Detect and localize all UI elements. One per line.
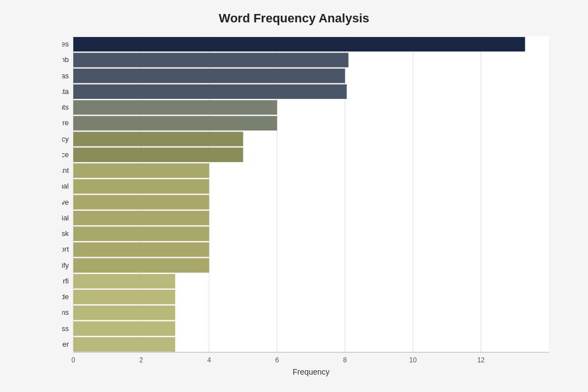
svg-rect-31 bbox=[73, 211, 209, 225]
svg-rect-37 bbox=[73, 258, 209, 273]
svg-text:2: 2 bbox=[139, 356, 143, 364]
svg-text:rfi: rfi bbox=[63, 277, 69, 285]
svg-text:address: address bbox=[62, 324, 69, 333]
svg-text:agencies: agencies bbox=[62, 40, 69, 48]
svg-rect-39 bbox=[73, 274, 175, 289]
svg-text:6: 6 bbox=[275, 356, 279, 364]
svg-rect-43 bbox=[73, 305, 175, 320]
svg-rect-35 bbox=[73, 242, 209, 257]
svg-text:risk: risk bbox=[62, 229, 69, 238]
svg-text:potential: potential bbox=[62, 214, 69, 222]
svg-text:identify: identify bbox=[62, 261, 69, 270]
svg-rect-23 bbox=[73, 148, 243, 162]
svg-rect-29 bbox=[73, 195, 209, 210]
svg-text:want: want bbox=[62, 166, 69, 174]
svg-text:0: 0 bbox=[71, 356, 75, 364]
svg-rect-21 bbox=[73, 132, 243, 147]
svg-text:Frequency: Frequency bbox=[292, 367, 329, 376]
chart-title: Word Frequency Analysis bbox=[22, 11, 566, 26]
svg-text:omb: omb bbox=[62, 55, 69, 64]
svg-text:pias: pias bbox=[62, 72, 69, 80]
svg-text:assessments: assessments bbox=[62, 103, 69, 111]
svg-text:privacy: privacy bbox=[62, 135, 69, 143]
svg-rect-11 bbox=[73, 53, 349, 67]
svg-text:personal: personal bbox=[62, 182, 69, 190]
svg-rect-33 bbox=[73, 226, 209, 241]
svg-rect-47 bbox=[73, 337, 175, 352]
svg-text:4: 4 bbox=[207, 356, 211, 364]
chart-container: Word Frequency Analysis agenciesombpiasd… bbox=[0, 0, 588, 392]
svg-text:include: include bbox=[62, 292, 69, 301]
svg-text:8: 8 bbox=[343, 356, 347, 364]
svg-text:guidance: guidance bbox=[62, 150, 69, 159]
svg-text:data: data bbox=[62, 87, 69, 96]
svg-rect-27 bbox=[73, 179, 209, 193]
svg-text:improve: improve bbox=[62, 198, 69, 206]
svg-text:report: report bbox=[62, 245, 69, 253]
svg-rect-19 bbox=[73, 116, 277, 130]
svg-rect-45 bbox=[73, 322, 175, 336]
svg-rect-17 bbox=[73, 100, 277, 115]
svg-text:wiener: wiener bbox=[62, 340, 69, 348]
svg-rect-0 bbox=[73, 36, 549, 352]
svg-rect-25 bbox=[73, 163, 209, 178]
svg-rect-15 bbox=[73, 84, 347, 99]
svg-text:require: require bbox=[62, 119, 69, 127]
svg-rect-13 bbox=[73, 69, 345, 83]
svg-text:10: 10 bbox=[409, 356, 417, 364]
svg-rect-9 bbox=[73, 37, 525, 51]
svg-rect-41 bbox=[73, 290, 175, 304]
svg-text:12: 12 bbox=[477, 356, 484, 364]
svg-text:systems: systems bbox=[62, 308, 69, 317]
